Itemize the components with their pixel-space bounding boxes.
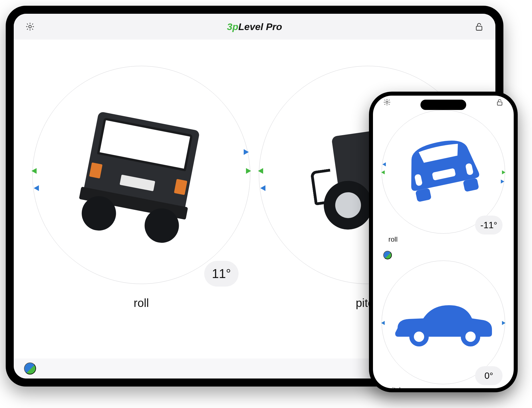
phone-pitch-label: pitch — [388, 386, 403, 388]
app-title: 3pLevel Pro — [14, 21, 495, 32]
phone-roll-badge: -11° — [475, 216, 503, 234]
iphone-screen: -11° roll — [373, 96, 514, 388]
gear-icon — [383, 98, 391, 106]
phone-roll-wrap: -11° roll — [378, 110, 509, 243]
svg-rect-1 — [476, 26, 482, 30]
phone-roll-gauge[interactable]: -11° — [382, 110, 505, 234]
marker-green-left-icon — [31, 168, 37, 174]
marker-blue-right-icon — [244, 149, 249, 155]
roll-gauge[interactable]: 11° — [32, 66, 250, 284]
marker-green-right-icon — [246, 168, 251, 174]
settings-button[interactable] — [23, 20, 37, 33]
vehicle-rear-icon — [65, 100, 217, 249]
marker-blue-right-icon — [501, 180, 504, 184]
marker-blue-left-icon — [34, 185, 39, 191]
phone-pitch-value: 0° — [485, 370, 493, 381]
svg-point-0 — [29, 25, 31, 28]
lock-open-icon — [474, 22, 484, 31]
tablet-header: 3pLevel Pro — [14, 14, 495, 40]
marker-green-left-icon — [381, 170, 385, 174]
phone-midrow — [378, 246, 509, 258]
phone-pitch-badge: 0° — [475, 366, 503, 385]
lock-open-icon — [496, 98, 504, 106]
marker-green-left-icon — [258, 168, 263, 174]
marker-blue-left-icon — [381, 321, 385, 325]
settings-button[interactable] — [380, 96, 394, 109]
app-title-rest: Level Pro — [238, 21, 282, 32]
svg-point-11 — [414, 332, 424, 342]
gear-icon — [25, 22, 35, 31]
roll-value-badge: 11° — [204, 261, 239, 287]
marker-blue-right-icon — [502, 321, 505, 325]
roll-label: roll — [134, 297, 149, 310]
phone-roll-label: roll — [388, 235, 398, 243]
view-toggle-button[interactable] — [24, 362, 36, 375]
svg-rect-3 — [497, 102, 502, 105]
marker-blue-left-icon — [260, 185, 265, 191]
car-side-icon — [392, 297, 495, 348]
phone-pitch-wrap: 0° pitch — [378, 261, 509, 388]
marker-blue-left-icon — [382, 162, 386, 166]
phone-roll-value: -11° — [480, 220, 497, 230]
svg-point-2 — [386, 101, 388, 103]
svg-point-12 — [465, 332, 476, 342]
view-toggle-button[interactable] — [383, 251, 392, 259]
roll-value: 11° — [212, 267, 231, 281]
lock-toggle-button[interactable] — [473, 20, 486, 33]
app-title-prefix: 3p — [227, 21, 239, 32]
phone-pitch-gauge[interactable]: 0° — [382, 261, 505, 384]
dynamic-island — [420, 100, 466, 110]
lock-toggle-button[interactable] — [493, 96, 506, 109]
car-front-icon — [394, 131, 492, 213]
marker-green-right-icon — [502, 170, 505, 174]
phone-body: -11° roll — [373, 109, 514, 388]
iphone-device-frame: -11° roll — [369, 92, 518, 392]
roll-gauge-wrap: 11° roll — [32, 66, 250, 310]
